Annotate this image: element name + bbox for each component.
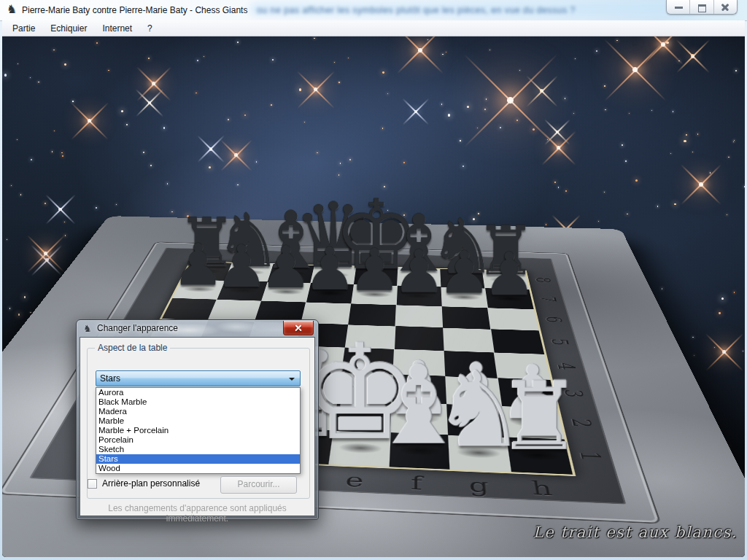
star xyxy=(61,152,63,154)
star xyxy=(197,60,198,61)
star xyxy=(96,42,98,44)
star xyxy=(62,155,63,157)
star xyxy=(733,141,734,142)
star xyxy=(596,50,597,52)
star xyxy=(31,159,32,160)
star xyxy=(403,162,405,163)
star xyxy=(228,119,229,120)
star xyxy=(727,214,727,215)
star xyxy=(616,40,618,42)
bright-star xyxy=(507,97,514,104)
star xyxy=(17,139,18,140)
star xyxy=(627,214,628,215)
minimize-icon xyxy=(675,7,683,9)
option-aurora[interactable]: Aurora xyxy=(96,388,300,397)
menu-bar: PartieEchiquierInternet? xyxy=(2,20,745,36)
option-madera[interactable]: Madera xyxy=(96,407,300,416)
minimize-button[interactable] xyxy=(667,0,690,14)
black-pawn-d7[interactable]: ♟ xyxy=(306,283,353,303)
close-button[interactable] xyxy=(714,0,737,14)
option-wood[interactable]: Wood xyxy=(96,464,300,473)
star xyxy=(64,222,65,222)
option-porcelain[interactable]: Porcelain xyxy=(96,435,300,445)
star xyxy=(20,194,22,195)
bright-star xyxy=(699,182,703,187)
window-titlebar[interactable]: ♞ Pierre-Marie Baty contre Pierre-Marie … xyxy=(0,0,747,21)
star xyxy=(382,128,384,129)
star xyxy=(387,93,389,95)
star xyxy=(18,63,18,64)
browse-button[interactable]: Parcourir... xyxy=(220,476,297,494)
star xyxy=(743,351,743,351)
custom-background-checkbox[interactable] xyxy=(88,479,97,489)
star xyxy=(694,355,694,356)
star xyxy=(489,50,490,50)
table-style-combobox[interactable]: Stars xyxy=(96,370,301,386)
bright-star xyxy=(722,350,726,354)
black-pawn-e7[interactable]: ♟ xyxy=(351,284,397,305)
star xyxy=(714,347,715,348)
star xyxy=(448,114,450,116)
black-pawn-f7[interactable]: ♟ xyxy=(396,286,441,307)
star xyxy=(163,127,165,128)
menu-item-internet[interactable]: Internet xyxy=(96,21,139,36)
change-appearance-dialog: ♞ Changer l'apparence Aspect de la table… xyxy=(76,319,319,520)
knight-icon: ♞ xyxy=(83,323,92,334)
dialog-title: Changer l'apparence xyxy=(97,323,178,333)
star xyxy=(299,88,302,91)
window-controls xyxy=(666,0,738,15)
star xyxy=(686,134,687,136)
star xyxy=(143,152,144,153)
star xyxy=(629,113,630,114)
star xyxy=(540,89,543,93)
star xyxy=(565,98,566,99)
app-window: ♞ Pierre-Marie Baty contre Pierre-Marie … xyxy=(0,0,747,560)
star xyxy=(467,106,469,108)
dialog-titlebar[interactable]: ♞ Changer l'apparence xyxy=(80,320,315,337)
bright-star xyxy=(152,82,155,85)
star xyxy=(30,312,31,313)
star xyxy=(460,140,461,141)
star xyxy=(516,120,518,121)
star xyxy=(662,288,663,289)
star xyxy=(96,207,97,209)
black-pawn-g7[interactable]: ♟ xyxy=(441,287,487,308)
star xyxy=(196,93,197,94)
star xyxy=(441,104,443,105)
star xyxy=(519,70,520,71)
star xyxy=(462,166,464,167)
white-rook-h1[interactable]: ♜ xyxy=(506,438,573,475)
star xyxy=(314,38,315,39)
star xyxy=(684,140,686,143)
star xyxy=(271,104,272,106)
black-pawn-h7[interactable]: ♟ xyxy=(485,288,534,309)
dialog-body: Aspect de la table Stars AuroraBlack Mar… xyxy=(80,337,315,516)
star xyxy=(573,113,575,114)
option-stars[interactable]: Stars xyxy=(96,454,300,464)
bright-star xyxy=(234,153,238,157)
menu-item-help[interactable]: ? xyxy=(141,21,159,36)
star xyxy=(38,82,39,83)
dialog-close-button[interactable] xyxy=(283,321,314,335)
option-marble[interactable]: Marble xyxy=(96,416,300,426)
star xyxy=(11,185,12,186)
star xyxy=(244,114,247,117)
star xyxy=(674,203,676,206)
star xyxy=(691,54,694,58)
option-marble-porcelain[interactable]: Marble + Porcelain xyxy=(96,426,300,435)
star xyxy=(692,152,693,152)
star xyxy=(304,122,305,122)
star xyxy=(500,127,501,128)
star xyxy=(477,128,479,129)
option-sketch[interactable]: Sketch xyxy=(96,445,300,454)
menu-item-partie[interactable]: Partie xyxy=(6,21,42,36)
star xyxy=(484,109,486,110)
star xyxy=(4,74,7,76)
maximize-button[interactable] xyxy=(690,0,713,14)
star xyxy=(719,312,721,314)
star xyxy=(556,131,559,133)
star xyxy=(604,192,605,192)
menu-item-echiquier[interactable]: Echiquier xyxy=(44,21,93,36)
bright-star xyxy=(661,42,665,47)
option-black-marble[interactable]: Black Marble xyxy=(96,397,300,407)
